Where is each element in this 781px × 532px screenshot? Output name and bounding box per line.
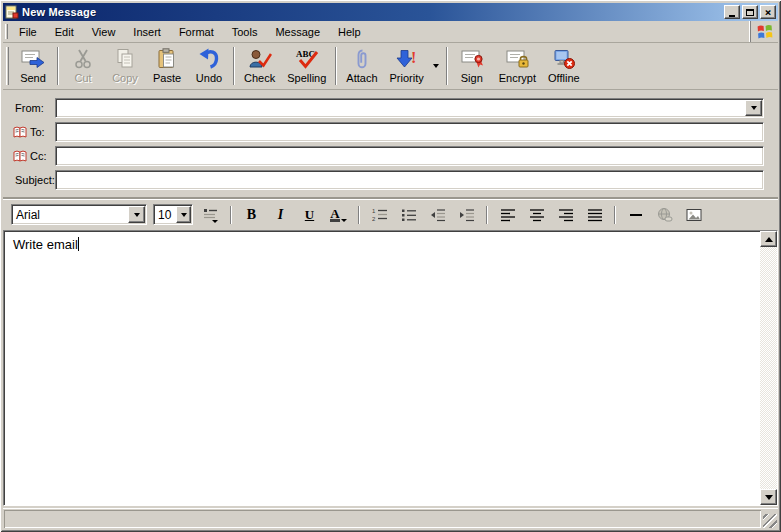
status-bar bbox=[3, 508, 778, 529]
menu-insert[interactable]: Insert bbox=[124, 23, 170, 41]
font-color-button[interactable]: A bbox=[327, 204, 350, 225]
paragraph-style-button[interactable] bbox=[199, 204, 222, 225]
bold-icon: B bbox=[247, 207, 256, 223]
arrow-down-icon bbox=[765, 495, 773, 500]
justify-button[interactable] bbox=[583, 204, 606, 225]
cc-field[interactable] bbox=[55, 146, 764, 166]
font-family-dropdown-button[interactable] bbox=[128, 206, 145, 223]
from-dropdown-button[interactable] bbox=[745, 100, 762, 116]
increase-indent-icon bbox=[459, 207, 475, 223]
menu-view[interactable]: View bbox=[83, 23, 125, 41]
scroll-down-button[interactable] bbox=[760, 489, 777, 505]
offline-icon bbox=[552, 47, 576, 71]
from-row: From: bbox=[3, 98, 778, 118]
address-book-icon bbox=[13, 150, 27, 163]
chevron-down-icon bbox=[751, 106, 757, 110]
cc-button[interactable]: Cc: bbox=[3, 150, 55, 163]
message-body-text: Write email bbox=[13, 237, 78, 252]
cc-label: Cc: bbox=[30, 150, 47, 162]
paste-icon bbox=[156, 47, 178, 71]
message-body-editor[interactable]: Write email bbox=[4, 231, 760, 505]
bullet-list-button[interactable] bbox=[397, 204, 420, 225]
horizontal-line-button[interactable] bbox=[624, 204, 647, 225]
scroll-up-button[interactable] bbox=[760, 231, 777, 247]
encrypt-button[interactable]: Encrypt bbox=[493, 43, 542, 89]
attach-icon bbox=[351, 47, 373, 71]
cut-button[interactable]: Cut bbox=[62, 43, 104, 89]
scrollbar-track[interactable] bbox=[760, 247, 777, 489]
font-size-value: 10 bbox=[154, 205, 175, 224]
font-size-dropdown-button[interactable] bbox=[176, 206, 191, 223]
priority-icon: ! bbox=[395, 47, 419, 71]
priority-dropdown-button[interactable] bbox=[430, 43, 443, 89]
font-family-value: Arial bbox=[12, 205, 127, 224]
check-names-button[interactable]: Check bbox=[238, 43, 281, 89]
menu-tools[interactable]: Tools bbox=[223, 23, 267, 41]
titlebar[interactable]: New Message × bbox=[3, 3, 778, 21]
undo-icon bbox=[198, 47, 220, 71]
minimize-button[interactable] bbox=[724, 5, 740, 19]
cc-row: Cc: bbox=[3, 146, 778, 166]
increase-indent-button[interactable] bbox=[455, 204, 478, 225]
resize-grip-icon[interactable] bbox=[763, 514, 777, 528]
priority-button[interactable]: ! Priority bbox=[384, 43, 430, 89]
address-book-icon bbox=[13, 126, 27, 139]
menubar-grip[interactable] bbox=[5, 24, 8, 39]
menu-file[interactable]: File bbox=[10, 23, 46, 41]
copy-button[interactable]: Copy bbox=[104, 43, 146, 89]
menu-message[interactable]: Message bbox=[266, 23, 329, 41]
bold-button[interactable]: B bbox=[240, 204, 263, 225]
font-family-combobox[interactable]: Arial bbox=[11, 204, 147, 225]
align-center-button[interactable] bbox=[525, 204, 548, 225]
maximize-button[interactable] bbox=[742, 5, 758, 19]
to-input[interactable] bbox=[56, 123, 763, 141]
status-pane bbox=[4, 510, 761, 528]
underline-button[interactable]: U bbox=[298, 204, 321, 225]
menu-help[interactable]: Help bbox=[329, 23, 370, 41]
from-combobox[interactable] bbox=[55, 98, 764, 118]
numbered-list-button[interactable]: 1 2 bbox=[368, 204, 391, 225]
vertical-scrollbar[interactable] bbox=[760, 231, 777, 505]
to-label: To: bbox=[30, 126, 45, 138]
svg-text:!: ! bbox=[411, 49, 416, 66]
menu-edit[interactable]: Edit bbox=[46, 23, 83, 41]
toolbar-grip[interactable] bbox=[6, 47, 9, 85]
to-field[interactable] bbox=[55, 122, 764, 142]
cc-input[interactable] bbox=[56, 147, 763, 165]
subject-field[interactable] bbox=[55, 170, 764, 190]
chevron-down-icon bbox=[341, 219, 347, 222]
send-button[interactable]: Send bbox=[12, 43, 54, 89]
subject-input[interactable] bbox=[56, 171, 763, 189]
align-right-button[interactable] bbox=[554, 204, 577, 225]
decrease-indent-icon bbox=[430, 207, 446, 223]
toolbar-separator bbox=[233, 47, 235, 85]
undo-button[interactable]: Undo bbox=[188, 43, 230, 89]
offline-button[interactable]: Offline bbox=[542, 43, 586, 89]
check-names-icon bbox=[248, 47, 272, 71]
insert-image-button[interactable] bbox=[682, 204, 705, 225]
to-button[interactable]: To: bbox=[3, 126, 55, 139]
menu-format[interactable]: Format bbox=[170, 23, 223, 41]
decrease-indent-button[interactable] bbox=[426, 204, 449, 225]
toolbar-separator bbox=[335, 47, 337, 85]
paste-button[interactable]: Paste bbox=[146, 43, 188, 89]
subject-row: Subject: bbox=[3, 170, 778, 190]
formatbar-separator bbox=[358, 206, 360, 224]
send-icon bbox=[20, 47, 46, 71]
spelling-button[interactable]: ABC Spelling bbox=[281, 43, 332, 89]
insert-link-button[interactable] bbox=[653, 204, 676, 225]
windows-logo-icon bbox=[756, 23, 774, 41]
main-toolbar: Send Cut bbox=[3, 43, 778, 90]
close-icon: × bbox=[765, 8, 772, 17]
close-button[interactable]: × bbox=[760, 5, 776, 19]
attach-button[interactable]: Attach bbox=[340, 43, 383, 89]
italic-button[interactable]: I bbox=[269, 204, 292, 225]
message-body-area: Write email bbox=[3, 229, 778, 506]
subject-label: Subject: bbox=[3, 174, 55, 186]
chevron-down-icon bbox=[134, 213, 140, 217]
font-size-combobox[interactable]: 10 bbox=[153, 204, 193, 225]
from-input[interactable] bbox=[56, 99, 744, 117]
font-color-icon: A bbox=[330, 208, 339, 222]
sign-button[interactable]: Sign bbox=[451, 43, 493, 89]
align-left-button[interactable] bbox=[496, 204, 519, 225]
